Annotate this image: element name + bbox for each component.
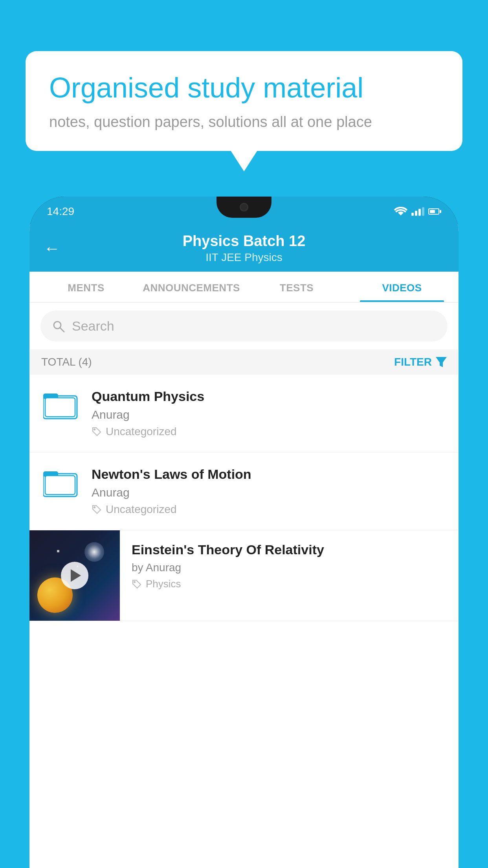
status-time: 14:29 [47,205,74,218]
svg-marker-2 [436,357,447,367]
signal-icon [411,207,424,216]
battery-icon [428,208,441,215]
video-info-einstein: Einstein's Theory Of Relativity by Anura… [120,530,459,600]
video-title: Newton's Laws of Motion [92,467,447,482]
tab-announcements[interactable]: ANNOUNCEMENTS [139,272,244,302]
video-author: by Anurag [132,561,447,574]
speech-bubble: Organised study material notes, question… [26,51,462,151]
batch-subtitle: IIT JEE Physics [183,251,306,264]
video-tag: Uncategorized [92,425,447,438]
star-decoration [84,542,104,562]
video-info-newton: Newton's Laws of Motion Anurag Uncategor… [92,467,447,516]
video-thumbnail-einstein [29,530,120,621]
folder-icon [43,467,79,498]
play-icon [71,569,81,582]
video-info-quantum: Quantum Physics Anurag Uncategorized [92,389,447,438]
filter-row: TOTAL (4) FILTER [29,349,459,375]
header-title: Physics Batch 12 IIT JEE Physics [183,233,306,264]
tag-icon [132,579,142,589]
folder-icon [43,389,79,420]
tab-bar: MENTS ANNOUNCEMENTS TESTS VIDEOS [29,272,459,303]
status-icons [394,207,441,216]
list-item[interactable]: Einstein's Theory Of Relativity by Anura… [29,530,459,621]
play-button[interactable] [61,562,88,589]
video-author: Anurag [92,486,447,499]
svg-rect-9 [45,476,75,495]
video-tag: Uncategorized [92,503,447,516]
video-thumbnail-newton [41,467,81,498]
video-title: Einstein's Theory Of Relativity [132,542,447,557]
svg-point-10 [94,507,95,508]
video-title: Quantum Physics [92,389,447,404]
app-header: ← Physics Batch 12 IIT JEE Physics [29,224,459,272]
tab-tests[interactable]: TESTS [244,272,349,302]
tag-icon [92,427,102,437]
search-icon [51,319,66,333]
star-dot [57,550,59,552]
phone-screen: ← Physics Batch 12 IIT JEE Physics MENTS… [29,224,459,868]
wifi-icon [394,207,407,216]
speech-bubble-subtext: notes, question papers, solutions all at… [49,114,439,131]
svg-rect-5 [45,398,75,417]
tab-ments[interactable]: MENTS [33,272,139,302]
phone-frame: 14:29 ← [29,197,459,868]
filter-label: FILTER [394,356,432,368]
svg-line-1 [60,328,64,332]
svg-point-11 [134,581,135,583]
total-count: TOTAL (4) [41,356,92,368]
video-tag: Physics [132,578,447,590]
speech-bubble-headline: Organised study material [49,72,439,104]
list-item[interactable]: Newton's Laws of Motion Anurag Uncategor… [29,452,459,530]
svg-point-6 [94,429,95,430]
search-bar-container: Search [29,303,459,349]
list-item[interactable]: Quantum Physics Anurag Uncategorized [29,375,459,452]
search-input-wrap[interactable]: Search [40,311,448,342]
search-placeholder: Search [72,318,114,334]
tag-icon [92,504,102,515]
front-camera [240,203,248,211]
video-thumbnail-quantum [41,389,81,420]
filter-icon [436,357,447,367]
video-author: Anurag [92,408,447,421]
video-list: Quantum Physics Anurag Uncategorized [29,375,459,621]
speech-bubble-wrapper: Organised study material notes, question… [26,51,462,151]
batch-title: Physics Batch 12 [183,233,306,250]
tab-videos[interactable]: VIDEOS [349,272,455,302]
filter-button[interactable]: FILTER [394,356,447,368]
phone-notch [216,197,272,218]
back-button[interactable]: ← [44,239,60,258]
